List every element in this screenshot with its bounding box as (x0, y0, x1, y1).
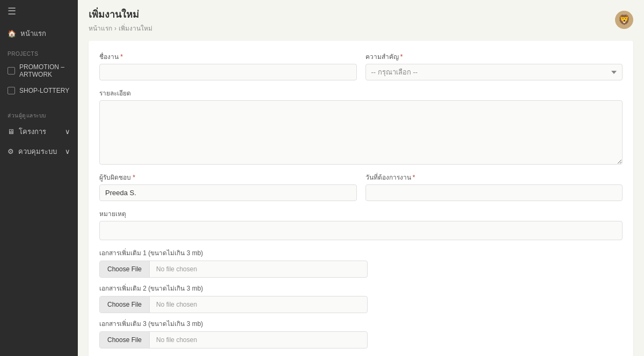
form-group-assignee: ผู้รับผิดชอบ * (99, 172, 357, 201)
sidebar-home-label: หน้าแรก (20, 28, 46, 39)
job-required: * (120, 53, 123, 61)
importance-required: * (400, 53, 403, 61)
form-row-assignee: ผู้รับผิดชอบ * วันที่ต้องการงาน * (99, 172, 623, 201)
sidebar-project-label: PROMOTION – ARTWORK (19, 63, 70, 78)
avatar[interactable]: 🦁 (615, 11, 633, 29)
monitor-icon: 🖥 (8, 128, 14, 136)
form-group-detail: รายละเอียด (99, 88, 623, 165)
due-date-input[interactable] (365, 184, 623, 201)
assignee-input[interactable] (99, 184, 357, 201)
attachment1-section: เอกสารเพิ่มเติม 1 (ขนาดไม่เกิน 3 mb) Cho… (99, 248, 623, 278)
admin-section-label: ส่วนผู้ดูแลระบบ (0, 105, 78, 122)
form-group-job: ชื่องาน * (99, 51, 357, 80)
chevron-down-icon: ∨ (65, 128, 70, 136)
main-content: เพิ่มงานใหม่ หน้าแรก › เพิ่มงานใหม่ 🦁 ชื… (78, 0, 644, 356)
sidebar-item-promotion[interactable]: PROMOTION – ARTWORK (0, 59, 78, 83)
due-date-label: วันที่ต้องการงาน * (365, 172, 623, 182)
form-row-note: หมายเหตุ (99, 209, 623, 240)
attachment1-no-file: No file chosen (150, 261, 203, 277)
gear-icon: ⚙ (8, 147, 14, 155)
attachment3-label: เอกสารเพิ่มเติม 3 (ขนาดไม่เกิน 3 mb) (99, 318, 623, 329)
project-icon (8, 87, 15, 94)
detail-textarea[interactable] (99, 100, 623, 165)
job-label: ชื่องาน * (99, 51, 357, 62)
attachment3-choose-btn[interactable]: Choose File (100, 332, 150, 348)
attachment2-choose-btn[interactable]: Choose File (100, 296, 150, 313)
breadcrumb: หน้าแรก › เพิ่มงานใหม่ (89, 23, 152, 33)
avatar-emoji: 🦁 (618, 14, 630, 26)
form-row-detail: รายละเอียด (99, 88, 623, 165)
hamburger-icon: ☰ (8, 6, 16, 17)
chevron-down-icon: ∨ (65, 147, 70, 155)
sidebar: ☰ 🏠 หน้าแรก PROJECTS PROMOTION – ARTWORK… (0, 0, 78, 356)
attachment2-no-file: No file chosen (150, 296, 203, 313)
note-label: หมายเหตุ (99, 209, 623, 219)
project-icon (8, 67, 15, 75)
sidebar-item-home[interactable]: 🏠 หน้าแรก (0, 23, 78, 44)
attachment2-section: เอกสารเพิ่มเติม 2 (ขนาดไม่เกิน 3 mb) Cho… (99, 283, 623, 313)
attachment2-input-wrapper: Choose File No file chosen (99, 296, 368, 313)
projects-section-label: PROJECTS (0, 44, 78, 59)
assignee-label: ผู้รับผิดชอบ * (99, 172, 357, 182)
form-group-due-date: วันที่ต้องการงาน * (365, 172, 623, 201)
sidebar-control-label: ควบคุมระบบ (18, 146, 57, 157)
form-group-note: หมายเหตุ (99, 209, 623, 240)
assignee-required: * (133, 174, 135, 181)
form-row-1: ชื่องาน * ความสำคัญ * -- กรุณาเลือก -- ส… (99, 51, 623, 80)
home-icon: 🏠 (8, 29, 16, 38)
sidebar-item-control[interactable]: ⚙ ควบคุมระบบ ∨ (0, 142, 78, 161)
detail-label: รายละเอียด (99, 88, 623, 98)
breadcrumb-separator: › (114, 25, 116, 32)
page-title: เพิ่มงานใหม่ (89, 6, 152, 22)
due-date-required: * (413, 174, 415, 181)
sidebar-item-projects[interactable]: 🖥 โครงการ ∨ (0, 122, 78, 142)
sidebar-toggle-button[interactable]: ☰ (0, 0, 78, 23)
attachment3-input-wrapper: Choose File No file chosen (99, 331, 368, 348)
form-card: ชื่องาน * ความสำคัญ * -- กรุณาเลือก -- ส… (89, 41, 633, 356)
attachment1-choose-btn[interactable]: Choose File (100, 261, 150, 277)
form-group-importance: ความสำคัญ * -- กรุณาเลือก -- สูง กลาง ต่… (365, 51, 623, 80)
attachment1-label: เอกสารเพิ่มเติม 1 (ขนาดไม่เกิน 3 mb) (99, 248, 623, 258)
breadcrumb-home-link[interactable]: หน้าแรก (89, 23, 112, 33)
attachment3-no-file: No file chosen (150, 332, 203, 348)
sidebar-project-label: SHOP-LOTTERY (19, 87, 69, 94)
sidebar-item-lottery[interactable]: SHOP-LOTTERY (0, 83, 78, 99)
attachment1-input-wrapper: Choose File No file chosen (99, 261, 368, 278)
job-input[interactable] (99, 64, 357, 80)
breadcrumb-current: เพิ่มงานใหม่ (119, 23, 152, 33)
form-area: ชื่องาน * ความสำคัญ * -- กรุณาเลือก -- ส… (78, 35, 644, 356)
page-header: เพิ่มงานใหม่ หน้าแรก › เพิ่มงานใหม่ 🦁 (78, 0, 644, 35)
sidebar-projects-label: โครงการ (19, 126, 46, 137)
attachment3-section: เอกสารเพิ่มเติม 3 (ขนาดไม่เกิน 3 mb) Cho… (99, 318, 623, 348)
note-input[interactable] (99, 221, 623, 240)
attachment2-label: เอกสารเพิ่มเติม 2 (ขนาดไม่เกิน 3 mb) (99, 283, 623, 293)
importance-label: ความสำคัญ * (365, 51, 623, 62)
importance-select[interactable]: -- กรุณาเลือก -- สูง กลาง ต่ำ (365, 64, 623, 80)
